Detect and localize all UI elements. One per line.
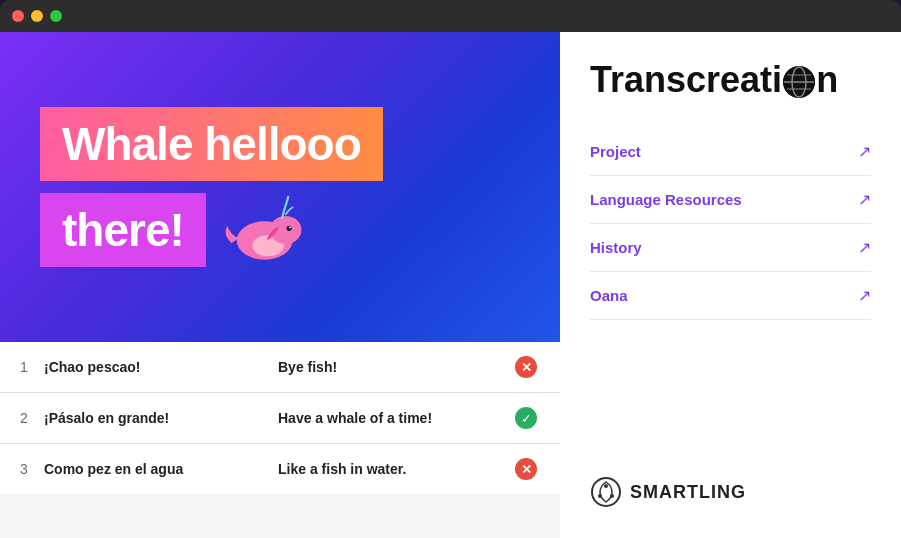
external-link-icon: ↗︎ (858, 142, 871, 161)
row-number: 3 (20, 461, 44, 477)
svg-point-4 (289, 227, 291, 229)
nav-item-history[interactable]: History ↗︎ (590, 224, 871, 272)
right-panel: Transcreati n Project ↗︎ Language Resour… (560, 32, 901, 538)
hero-line1-text: Whale hellooo (62, 118, 361, 170)
hero-line1-bg: Whale hellooo (40, 107, 383, 181)
hero-line2-bg: there! (40, 193, 206, 267)
hero-line2-wrap: there! (40, 193, 520, 267)
brand-title: Transcreati n (590, 62, 871, 98)
status-x-icon: ✕ (515, 356, 537, 378)
nav-item-project[interactable]: Project ↗︎ (590, 128, 871, 176)
smartling-icon (590, 476, 622, 508)
nav-item-oana[interactable]: Oana ↗︎ (590, 272, 871, 320)
hero-section: Whale hellooo there! (0, 32, 560, 342)
row-status: ✕ (512, 458, 540, 480)
source-text: Como pez en el agua (44, 461, 278, 477)
table-row: 1 ¡Chao pescao! Bye fish! ✕ (0, 342, 560, 393)
hero-line2-text: there! (62, 204, 184, 256)
target-text: Bye fish! (278, 359, 512, 375)
external-link-icon: ↗︎ (858, 286, 871, 305)
target-text: Have a whale of a time! (278, 410, 512, 426)
nav-label: Project (590, 143, 641, 160)
nav-item-language-resources[interactable]: Language Resources ↗︎ (590, 176, 871, 224)
title-bar (0, 0, 901, 32)
minimize-dot[interactable] (31, 10, 43, 22)
smartling-logo: SMARTLING (590, 456, 871, 508)
nav-label: Oana (590, 287, 628, 304)
external-link-icon: ↗︎ (858, 238, 871, 257)
smartling-text: SMARTLING (630, 482, 746, 503)
target-text: Like a fish in water. (278, 461, 512, 477)
external-link-icon: ↗︎ (858, 190, 871, 209)
row-status: ✕ (512, 356, 540, 378)
source-text: ¡Pásalo en grande! (44, 410, 278, 426)
svg-point-12 (610, 494, 614, 498)
whale-icon (222, 195, 302, 265)
status-check-icon: ✓ (515, 407, 537, 429)
table-row: 3 Como pez en el agua Like a fish in wat… (0, 444, 560, 494)
source-text: ¡Chao pescao! (44, 359, 278, 375)
svg-point-11 (604, 484, 608, 488)
row-number: 2 (20, 410, 44, 426)
left-panel: Whale hellooo there! (0, 32, 560, 538)
main-content: Whale hellooo there! (0, 32, 901, 538)
row-status: ✓ (512, 407, 540, 429)
table-row: 2 ¡Pásalo en grande! Have a whale of a t… (0, 393, 560, 444)
svg-point-13 (598, 494, 602, 498)
translation-table: 1 ¡Chao pescao! Bye fish! ✕ 2 ¡Pásalo en… (0, 342, 560, 538)
nav-label: History (590, 239, 642, 256)
status-x-icon: ✕ (515, 458, 537, 480)
close-dot[interactable] (12, 10, 24, 22)
maximize-dot[interactable] (50, 10, 62, 22)
svg-point-3 (286, 226, 291, 231)
row-number: 1 (20, 359, 44, 375)
nav-label: Language Resources (590, 191, 742, 208)
